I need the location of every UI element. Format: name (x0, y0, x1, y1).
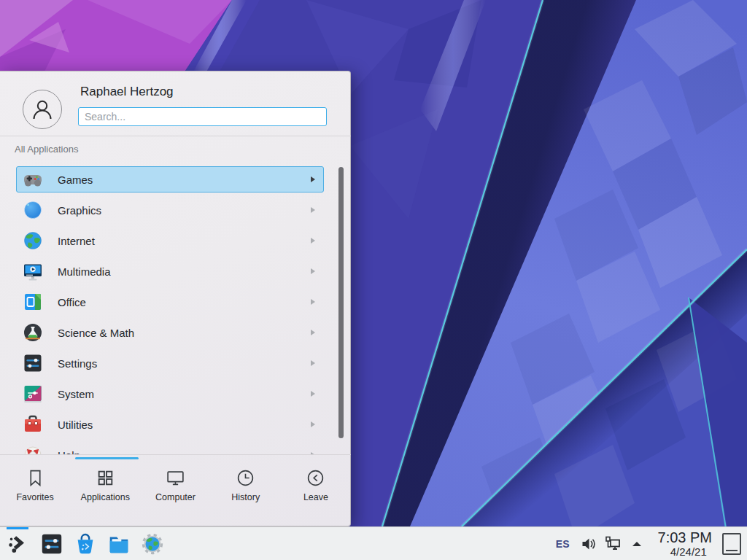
submenu-arrow-icon (311, 391, 315, 397)
category-label: Office (58, 296, 86, 308)
submenu-arrow-icon (311, 176, 315, 182)
office-document-icon (23, 292, 43, 312)
clock-time: 7:03 PM (658, 530, 712, 545)
graphics-sphere-icon (23, 200, 43, 220)
tab-favorites[interactable]: Favorites (0, 462, 70, 502)
file-manager-button[interactable] (102, 527, 136, 560)
science-flask-icon (23, 322, 43, 343)
category-row-multimedia[interactable]: Multimedia (0, 256, 351, 287)
active-tab-indicator (75, 457, 139, 459)
settings-sliders-icon (23, 353, 43, 373)
category-row-utilities[interactable]: Utilities (0, 409, 351, 440)
active-task-indicator (7, 527, 28, 529)
submenu-arrow-icon (311, 207, 315, 213)
submenu-arrow-icon (311, 330, 315, 335)
category-row-help[interactable]: Help (0, 440, 351, 454)
tab-label: History (231, 492, 260, 502)
tab-label: Applications (81, 492, 130, 502)
category-label: Games (58, 174, 93, 186)
computer-monitor-icon (166, 468, 185, 488)
browser-globe-gear-icon (140, 532, 165, 556)
web-browser-button[interactable] (136, 527, 169, 560)
footer-divider (0, 454, 351, 455)
launcher-footer: Favorites Applications Computer (0, 454, 351, 526)
application-launcher-button[interactable] (1, 527, 35, 560)
network-wired-icon (604, 535, 622, 553)
category-row-office[interactable]: Office (0, 287, 351, 317)
history-clock-icon (236, 468, 255, 488)
list-scrollbar[interactable] (338, 167, 344, 438)
system-tray: ES 7:03 PM 4/24/21 (556, 527, 747, 560)
gamepad-icon (23, 169, 43, 190)
category-list: Games Graphics (0, 164, 351, 454)
category-label: Settings (58, 357, 97, 370)
multimedia-monitor-icon (23, 261, 43, 281)
globe-icon (23, 230, 43, 251)
show-desktop-button[interactable] (722, 533, 741, 555)
user-name: Raphael Hertzog (80, 85, 174, 99)
application-launcher-menu: Raphael Hertzog All Applications Games (0, 71, 351, 526)
category-row-graphics[interactable]: Graphics (0, 195, 351, 225)
discover-bag-icon (73, 532, 98, 556)
submenu-arrow-icon (311, 299, 315, 305)
category-row-settings[interactable]: Settings (0, 348, 351, 378)
category-label: Utilities (58, 419, 93, 431)
bookmark-icon (26, 468, 45, 488)
lifebuoy-icon (23, 445, 43, 454)
tab-computer[interactable]: Computer (140, 462, 210, 502)
system-settings-icon (39, 532, 64, 556)
category-label: System (58, 388, 94, 400)
desktop: Raphael Hertzog All Applications Games (0, 0, 747, 560)
tab-bar: Favorites Applications Computer (0, 462, 351, 502)
tab-label: Favorites (16, 492, 53, 502)
taskbar-launchers (1, 527, 169, 560)
tab-leave[interactable]: Leave (281, 462, 351, 502)
discover-button[interactable] (69, 527, 102, 560)
category-row-games[interactable]: Games (0, 164, 351, 195)
user-icon (30, 97, 55, 122)
submenu-arrow-icon (311, 360, 315, 366)
tab-label: Leave (303, 492, 328, 502)
taskbar-panel: ES 7:03 PM 4/24/21 (0, 526, 747, 560)
digital-clock[interactable]: 7:03 PM 4/24/21 (658, 530, 712, 557)
system-settings-button[interactable] (35, 527, 69, 560)
submenu-arrow-icon (311, 268, 315, 274)
section-label: All Applications (15, 144, 78, 155)
launcher-header: Raphael Hertzog (0, 71, 350, 136)
submenu-arrow-icon (311, 238, 315, 244)
network-button[interactable] (604, 535, 622, 553)
submenu-arrow-icon (311, 421, 315, 427)
header-divider (0, 136, 351, 136)
kde-launcher-icon (6, 532, 31, 556)
folder-icon (107, 532, 131, 556)
category-label: Multimedia (58, 265, 111, 278)
toolbox-icon (23, 414, 43, 435)
tab-history[interactable]: History (211, 462, 281, 502)
category-label: Graphics (58, 204, 101, 217)
category-row-system[interactable]: System (0, 378, 351, 409)
volume-button[interactable] (580, 535, 597, 553)
expand-tray-arrow-icon (630, 537, 643, 551)
keyboard-layout-indicator[interactable]: ES (556, 538, 570, 550)
category-row-internet[interactable]: Internet (0, 225, 351, 256)
tab-label: Computer (155, 492, 196, 502)
category-label: Help (58, 449, 80, 455)
user-avatar[interactable] (23, 90, 62, 129)
expand-tray-button[interactable] (628, 535, 646, 553)
applications-grid-icon (96, 468, 115, 488)
tab-applications[interactable]: Applications (70, 462, 140, 502)
system-preferences-icon (23, 384, 43, 404)
category-label: Internet (58, 235, 95, 247)
clock-date: 4/24/21 (670, 546, 707, 557)
leave-icon (306, 468, 325, 488)
volume-icon (581, 536, 597, 552)
search-input[interactable] (78, 107, 327, 126)
category-label: Science & Math (58, 327, 134, 339)
category-row-science-math[interactable]: Science & Math (0, 317, 351, 348)
